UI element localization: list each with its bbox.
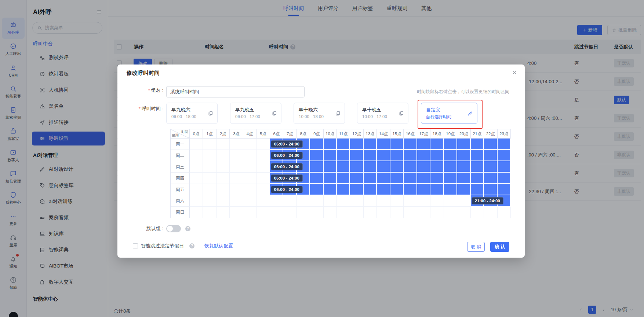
schedule-cell[interactable]	[297, 207, 310, 218]
schedule-cell[interactable]	[417, 150, 430, 161]
preset-card-1[interactable]: 早九晚六09:00 - 18:00	[166, 103, 218, 124]
schedule-cell[interactable]	[217, 161, 230, 173]
schedule-cell[interactable]	[337, 173, 350, 184]
schedule-cell[interactable]	[364, 195, 377, 207]
schedule-cell[interactable]	[337, 150, 350, 161]
schedule-cell[interactable]	[243, 184, 256, 195]
schedule-cell[interactable]	[230, 150, 243, 161]
schedule-cell[interactable]	[484, 150, 497, 161]
schedule-cell[interactable]	[444, 207, 457, 218]
schedule-cell[interactable]	[471, 184, 484, 195]
schedule-cell[interactable]	[417, 161, 430, 173]
time-range-badge[interactable]: 06:00 - 24:00	[271, 152, 303, 159]
schedule-cell[interactable]	[457, 207, 470, 218]
schedule-cell[interactable]	[430, 161, 444, 173]
schedule-cell[interactable]	[390, 195, 404, 207]
schedule-cell[interactable]	[498, 173, 511, 184]
help-icon[interactable]: ?	[189, 243, 194, 248]
schedule-cell[interactable]	[404, 184, 417, 195]
schedule-cell[interactable]	[498, 139, 511, 150]
time-range-badge[interactable]: 06:00 - 24:00	[271, 174, 303, 182]
schedule-cell[interactable]	[350, 139, 363, 150]
schedule-cell[interactable]	[364, 207, 377, 218]
cancel-button[interactable]: 取 消	[467, 242, 485, 252]
schedule-cell[interactable]	[230, 139, 243, 150]
schedule-cell[interactable]	[430, 184, 444, 195]
schedule-cell[interactable]	[484, 139, 497, 150]
schedule-cell[interactable]	[256, 173, 270, 184]
schedule-cell[interactable]	[190, 195, 203, 207]
schedule-cell[interactable]	[324, 139, 337, 150]
time-range-badge[interactable]: 06:00 - 24:00	[271, 163, 303, 170]
schedule-cell[interactable]	[430, 139, 444, 150]
restore-default-link[interactable]: 恢复默认配置	[204, 243, 233, 249]
schedule-cell[interactable]	[390, 139, 404, 150]
schedule-cell[interactable]	[444, 184, 457, 195]
schedule-cell[interactable]	[444, 150, 457, 161]
schedule-cell[interactable]	[283, 195, 296, 207]
schedule-cell[interactable]	[243, 195, 256, 207]
preset-custom[interactable]: 自定义自行选择时间	[421, 103, 477, 124]
schedule-cell[interactable]	[404, 161, 417, 173]
skip-holiday-checkbox[interactable]	[133, 243, 138, 248]
schedule-cell[interactable]	[498, 184, 511, 195]
schedule-cell[interactable]	[471, 150, 484, 161]
time-range-badge[interactable]: 06:00 - 24:00	[271, 186, 303, 193]
schedule-cell[interactable]	[377, 161, 390, 173]
confirm-button[interactable]: 确 认	[490, 242, 509, 252]
schedule-cell[interactable]	[243, 207, 256, 218]
schedule-cell[interactable]	[430, 173, 444, 184]
schedule-cell[interactable]	[404, 150, 417, 161]
schedule-cell[interactable]	[230, 195, 243, 207]
schedule-cell[interactable]	[324, 173, 337, 184]
help-icon[interactable]: ?	[185, 226, 190, 231]
schedule-cell[interactable]	[243, 161, 256, 173]
schedule-cell[interactable]	[444, 195, 457, 207]
schedule-cell[interactable]	[310, 150, 323, 161]
schedule-cell[interactable]	[203, 139, 216, 150]
schedule-cell[interactable]	[404, 195, 417, 207]
schedule-cell[interactable]	[364, 150, 377, 161]
close-icon[interactable]	[512, 70, 517, 75]
schedule-cell[interactable]	[243, 173, 256, 184]
schedule-cell[interactable]	[444, 173, 457, 184]
schedule-cell[interactable]	[498, 207, 511, 218]
schedule-cell[interactable]	[310, 161, 323, 173]
schedule-cell[interactable]	[457, 139, 470, 150]
schedule-cell[interactable]	[337, 195, 350, 207]
schedule-cell[interactable]	[444, 161, 457, 173]
schedule-cell[interactable]	[217, 173, 230, 184]
schedule-cell[interactable]	[377, 195, 390, 207]
schedule-cell[interactable]	[310, 184, 323, 195]
schedule-cell[interactable]	[484, 161, 497, 173]
time-range-badge[interactable]: 06:00 - 24:00	[271, 140, 303, 148]
schedule-cell[interactable]	[190, 139, 203, 150]
schedule-cell[interactable]	[203, 173, 216, 184]
schedule-cell[interactable]	[484, 184, 497, 195]
schedule-cell[interactable]	[471, 207, 484, 218]
schedule-cell[interactable]	[350, 150, 363, 161]
schedule-cell[interactable]	[457, 150, 470, 161]
schedule-cell[interactable]	[256, 195, 270, 207]
schedule-cell[interactable]	[190, 173, 203, 184]
schedule-cell[interactable]	[417, 195, 430, 207]
schedule-cell[interactable]	[190, 207, 203, 218]
schedule-cell[interactable]	[230, 184, 243, 195]
schedule-cell[interactable]	[390, 161, 404, 173]
schedule-cell[interactable]	[484, 173, 497, 184]
schedule-cell[interactable]	[417, 184, 430, 195]
schedule-cell[interactable]	[283, 207, 296, 218]
schedule-cell[interactable]	[484, 207, 497, 218]
schedule-cell[interactable]	[471, 139, 484, 150]
schedule-cell[interactable]	[297, 195, 310, 207]
schedule-cell[interactable]	[256, 139, 270, 150]
schedule-cell[interactable]	[430, 150, 444, 161]
schedule-cell[interactable]	[430, 195, 444, 207]
schedule-cell[interactable]	[417, 173, 430, 184]
schedule-cell[interactable]	[390, 207, 404, 218]
schedule-cell[interactable]	[203, 207, 216, 218]
schedule-cell[interactable]	[324, 195, 337, 207]
schedule-cell[interactable]	[217, 207, 230, 218]
schedule-cell[interactable]	[203, 195, 216, 207]
schedule-cell[interactable]	[324, 184, 337, 195]
